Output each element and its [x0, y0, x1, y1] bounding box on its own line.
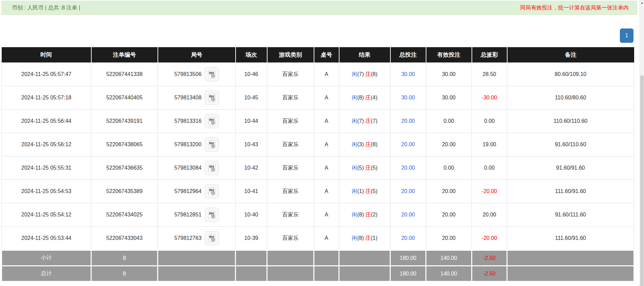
total-bet-cell[interactable]: 20.00: [390, 227, 426, 250]
col-game-type: 游戏类别: [267, 47, 314, 63]
video-replay-button[interactable]: [205, 184, 219, 198]
time-cell: 2024-11-25 05:57:47: [2, 63, 91, 86]
banker-result: 庄: [365, 118, 371, 124]
table-row: 2024-11-25 05:54:12 522067434025 5798128…: [2, 203, 634, 227]
game-type-cell: 百家乐: [267, 203, 314, 227]
table-row: 2024-11-25 05:56:12 522067438065 5798132…: [2, 133, 634, 156]
time-cell: 2024-11-25 05:56:12: [2, 133, 91, 156]
remark-cell: 111.60/91.60: [507, 227, 634, 250]
result-cell: 闲(8) 庄(2): [339, 203, 390, 227]
video-replay-button[interactable]: [205, 231, 219, 245]
same-round-notice-text: 同局有效投注，统一计算在该局第一张注单内: [520, 4, 629, 12]
total-bet-cell[interactable]: 20.00: [390, 110, 426, 133]
round-id-text: 579812763: [174, 235, 201, 241]
payout-cell: 0.00: [472, 110, 507, 133]
session-cell: 10-44: [236, 110, 267, 133]
total-bet-cell[interactable]: 30.00: [390, 63, 426, 86]
video-replay-button[interactable]: [205, 137, 219, 152]
remark-cell: 111.60/91.60: [507, 180, 634, 203]
bet-id-cell: 522067439191: [91, 110, 158, 133]
time-cell: 2024-11-25 05:56:44: [2, 110, 91, 133]
round-id-text: 579812851: [174, 212, 201, 218]
subtotal-valid-bet: 140.00: [426, 250, 472, 266]
table-row: 2024-11-25 05:57:18 522067440405 5798134…: [2, 86, 634, 110]
round-id-text: 579813084: [174, 165, 201, 171]
game-type-cell: 百家乐: [267, 180, 314, 203]
table-no-cell: A: [314, 227, 339, 250]
banker-result: 庄: [365, 71, 371, 77]
time-cell: 2024-11-25 05:54:12: [2, 203, 91, 227]
round-id-cell: 579812763: [158, 227, 236, 250]
col-table-no: 桌号: [314, 47, 339, 63]
total-row: 总计 8 180.00 140.00 -2.50: [2, 266, 634, 282]
round-id-cell: 579812964: [158, 180, 236, 203]
game-type-cell: 百家乐: [267, 86, 314, 110]
payout-cell: -20.00: [472, 180, 507, 203]
remark-cell: 91.60/111.60: [507, 203, 634, 227]
col-result: 结果: [339, 47, 390, 63]
session-cell: 10-43: [236, 133, 267, 156]
banker-result: 庄: [365, 188, 371, 194]
total-bet-cell[interactable]: 20.00: [390, 203, 426, 227]
total-bet-cell[interactable]: 20.00: [390, 156, 426, 180]
video-camera-icon: [207, 234, 216, 243]
valid-bet-cell: 20.00: [426, 203, 472, 227]
page-button-1[interactable]: 1: [620, 28, 633, 43]
bets-table: 时间 注单编号 局号 场次 游戏类别 桌号 结果 总投注 有效投注 总派彩 备注…: [1, 47, 634, 282]
scrollbar-thumb[interactable]: [640, 76, 644, 286]
video-replay-button[interactable]: [205, 114, 219, 128]
table-no-cell: A: [314, 133, 339, 156]
col-session: 场次: [236, 47, 267, 63]
table-no-cell: A: [314, 86, 339, 110]
round-id-cell: 579813316: [158, 110, 236, 133]
video-replay-button[interactable]: [205, 161, 219, 175]
result-cell: 闲(3) 庄(8): [339, 133, 390, 156]
game-type-cell: 百家乐: [267, 133, 314, 156]
bet-id-cell: 522067441338: [91, 63, 158, 86]
round-id-text: 579813506: [174, 71, 201, 77]
game-type-cell: 百家乐: [267, 156, 314, 180]
bet-id-cell: 522067438065: [91, 133, 158, 156]
subtotal-payout: -2.50: [472, 250, 507, 266]
vertical-scrollbar[interactable]: ▲: [640, 0, 644, 286]
round-id-text: 579813408: [174, 95, 201, 101]
result-cell: 闲(8) 庄(4): [339, 86, 390, 110]
video-camera-icon: [207, 117, 216, 126]
total-total-bet: 180.00: [390, 266, 426, 282]
valid-bet-cell: 20.00: [426, 133, 472, 156]
round-id-text: 579813316: [174, 118, 201, 124]
payout-cell: 0.00: [472, 156, 507, 180]
valid-bet-cell: 30.00: [426, 86, 472, 110]
col-bet-id: 注单编号: [91, 47, 158, 63]
table-row: 2024-11-25 05:56:44 522067439191 5798133…: [2, 110, 634, 133]
valid-bet-cell: 0.00: [426, 156, 472, 180]
player-result: 闲: [352, 95, 357, 100]
game-type-cell: 百家乐: [267, 63, 314, 86]
session-cell: 10-40: [236, 203, 267, 227]
bet-id-cell: 522067434025: [91, 203, 158, 227]
table-no-cell: A: [314, 63, 339, 86]
col-remark: 备注: [507, 47, 634, 63]
video-replay-button[interactable]: [205, 67, 219, 81]
table-row: 2024-11-25 05:53:44 522067433043 5798127…: [2, 227, 634, 250]
col-valid-bet: 有效投注: [426, 47, 472, 63]
payout-cell: 28.50: [472, 63, 507, 86]
subtotal-total-bet: 180.00: [390, 250, 426, 266]
payout-cell: 19.00: [472, 133, 507, 156]
video-camera-icon: [207, 140, 216, 149]
total-bet-cell[interactable]: 30.00: [390, 86, 426, 110]
total-count: 8: [91, 266, 158, 282]
table-row: 2024-11-25 05:55:31 522067436635 5798130…: [2, 156, 634, 180]
result-cell: 闲(5) 庄(5): [339, 156, 390, 180]
player-result: 闲: [352, 118, 357, 124]
total-bet-cell[interactable]: 20.00: [390, 133, 426, 156]
up-arrow-icon[interactable]: ▲: [640, 1, 644, 4]
subtotal-label: 小计: [2, 250, 91, 266]
video-replay-button[interactable]: [205, 91, 219, 105]
total-label: 总计: [2, 266, 91, 282]
remark-cell: 110.60/110.60: [507, 110, 634, 133]
pagination-top: 1: [0, 28, 633, 43]
round-id-cell: 579813084: [158, 156, 236, 180]
total-bet-cell[interactable]: 20.00: [390, 180, 426, 203]
video-replay-button[interactable]: [205, 208, 219, 222]
